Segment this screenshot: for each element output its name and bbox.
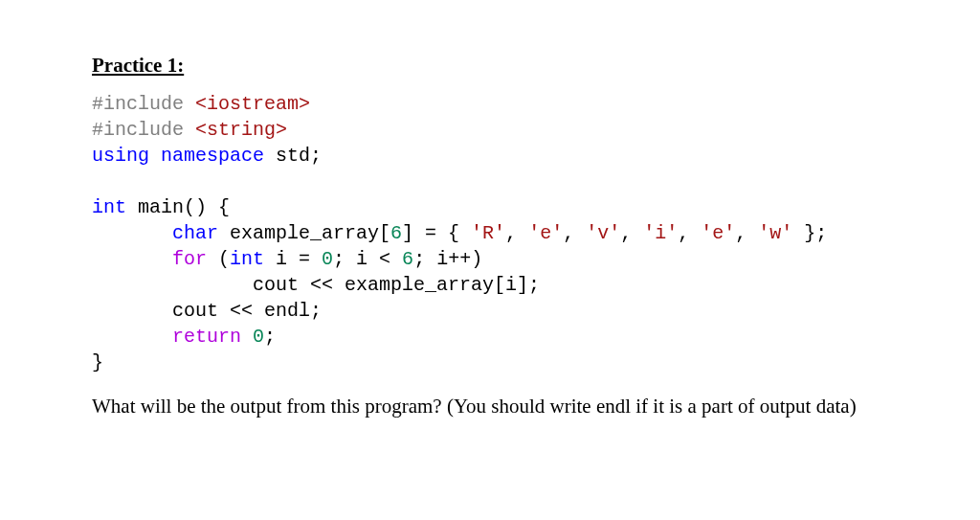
- number-6: 6: [402, 248, 413, 270]
- keyword-using: using: [92, 145, 161, 167]
- line-2: #include <string>: [92, 119, 287, 141]
- include-target: <iostream>: [195, 93, 310, 115]
- number-6: 6: [390, 222, 402, 244]
- stmt-cout: cout << example_array[i];: [92, 274, 540, 296]
- punc: ] = {: [402, 222, 471, 244]
- char-literal: 'i': [643, 222, 678, 244]
- indent: [92, 326, 172, 348]
- line-9: cout << endl;: [92, 300, 322, 322]
- keyword-char: char: [172, 222, 230, 244]
- comma: ,: [620, 222, 643, 244]
- indent: [92, 248, 172, 270]
- question-text: What will be the output from this progra…: [92, 393, 877, 419]
- line-8: cout << example_array[i];: [92, 274, 540, 296]
- ident-main: main() {: [138, 196, 230, 218]
- char-literal: 'w': [758, 222, 792, 244]
- code-block: #include <iostream> #include <string> us…: [92, 91, 888, 375]
- keyword-int: int: [230, 248, 276, 270]
- line-11: }: [92, 351, 103, 373]
- line-7: for (int i = 0; i < 6; i++): [92, 248, 482, 270]
- brace-close: }: [92, 351, 103, 373]
- line-6: char example_array[6] = { 'R', 'e', 'v',…: [92, 222, 827, 244]
- heading-practice: Practice 1:: [92, 54, 888, 78]
- punc: };: [792, 222, 827, 244]
- indent: [92, 222, 172, 244]
- comma: ,: [505, 222, 528, 244]
- include-target: <string>: [195, 119, 287, 141]
- punc: ; i++): [413, 248, 482, 270]
- stmt-cout-endl: cout << endl;: [92, 300, 322, 322]
- comma: ,: [735, 222, 758, 244]
- ident-std: std;: [276, 145, 322, 167]
- char-literal: 'v': [586, 222, 620, 244]
- keyword-namespace: namespace: [161, 145, 276, 167]
- line-3: using namespace std;: [92, 145, 322, 167]
- punc: ; i <: [333, 248, 402, 270]
- punc: (: [218, 248, 230, 270]
- keyword-int: int: [92, 196, 138, 218]
- char-literal: 'e': [528, 222, 563, 244]
- preproc-hash: #include: [92, 93, 195, 115]
- ident-array: example_array[: [230, 222, 390, 244]
- punc: ;: [264, 326, 276, 348]
- char-literal: 'e': [701, 222, 735, 244]
- line-10: return 0;: [92, 326, 276, 348]
- number-0: 0: [253, 326, 264, 348]
- comma: ,: [678, 222, 701, 244]
- keyword-return: return: [172, 326, 253, 348]
- preproc-hash: #include: [92, 119, 195, 141]
- document-page: Practice 1: #include <iostream> #include…: [0, 0, 980, 458]
- keyword-for: for: [172, 248, 218, 270]
- line-1: #include <iostream>: [92, 93, 310, 115]
- ident-i: i =: [276, 248, 322, 270]
- comma: ,: [563, 222, 586, 244]
- line-5: int main() {: [92, 196, 230, 218]
- char-literal: 'R': [471, 222, 505, 244]
- number-0: 0: [322, 248, 333, 270]
